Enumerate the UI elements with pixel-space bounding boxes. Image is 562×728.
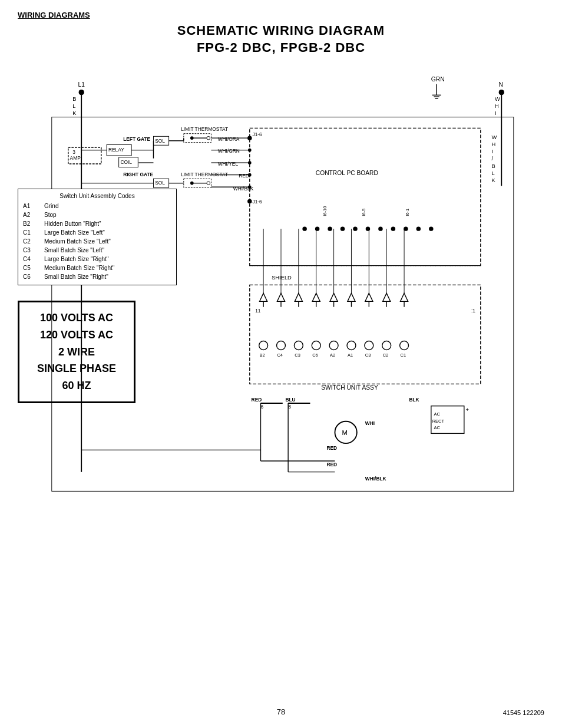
svg-point-75 [328,226,332,230]
svg-marker-122 [383,293,391,301]
svg-text:C2: C2 [383,353,389,358]
svg-point-103 [365,341,373,350]
svg-text:SHIELD: SHIELD [272,275,292,281]
svg-text:WHI/ORA: WHI/ORA [218,136,240,142]
svg-text:K: K [72,110,77,116]
page-number: 78 [0,707,562,716]
svg-text:WHI: WHI [365,420,375,426]
svg-text:W: W [491,134,497,140]
svg-point-52 [248,161,252,164]
svg-text:I6-1: I6-1 [405,209,410,216]
svg-text:SOL: SOL [155,180,165,186]
svg-text:GRN: GRN [431,76,445,83]
svg-text:C3: C3 [365,353,371,358]
svg-point-68 [247,199,252,203]
svg-text:K: K [491,177,495,183]
list-item: A2Stop [23,210,171,219]
svg-point-107 [400,341,409,350]
svg-text:I: I [495,110,497,116]
svg-text:B: B [491,163,495,169]
list-item: B2Hidden Button "Right" [23,219,171,228]
svg-text:+: + [466,407,469,413]
svg-text:11: 11 [255,308,261,314]
svg-point-83 [429,226,433,230]
svg-point-77 [353,226,357,230]
main-title: SCHEMATIC WIRING DIAGRAM FPG-2 DBC, FPGB… [0,22,562,56]
svg-text:C3: C3 [295,353,300,358]
svg-text:H: H [495,103,499,109]
svg-text:8: 8 [288,404,291,410]
list-item: C4Large Batch Size "Right" [23,255,171,263]
svg-text:A2: A2 [330,353,335,358]
svg-text:BLU: BLU [285,397,295,403]
svg-text:I6-10: I6-10 [322,206,328,216]
svg-marker-120 [365,293,373,301]
svg-point-59 [190,182,194,185]
svg-point-93 [277,341,286,350]
svg-point-37 [190,136,194,140]
svg-text:WHI/YEL: WHI/YEL [218,161,239,167]
svg-text:L: L [72,103,75,109]
svg-text:J1-6: J1-6 [252,199,262,205]
list-item: A1Grind [23,202,171,210]
page: WIRING DIAGRAMS SCHEMATIC WIRING DIAGRAM… [0,0,562,728]
svg-marker-112 [295,293,302,301]
svg-text:AMP: AMP [70,155,81,161]
svg-marker-124 [401,293,408,301]
svg-text:AC: AC [434,425,440,430]
svg-text:/: / [491,156,493,162]
svg-marker-114 [312,293,320,301]
svg-point-38 [207,136,210,140]
svg-point-79 [378,226,382,230]
list-item: C6Small Batch Size "Right" [23,272,171,281]
svg-point-105 [382,341,391,350]
voltage-text: 100 VOLTS AC 120 VOLTS AC 2 WIRE SINGLE … [25,309,128,394]
svg-marker-116 [330,293,338,301]
svg-text:WHI/GRN: WHI/GRN [218,148,240,154]
svg-text:6: 6 [260,404,263,410]
list-item: C5Medium Batch Size "Right" [23,263,171,272]
svg-text:M: M [342,429,348,436]
section-title: WIRING DIAGRAMS [18,11,90,19]
svg-text:RED: RED [326,462,337,467]
svg-text:WHI/BLK: WHI/BLK [365,476,386,482]
svg-text:A1: A1 [348,353,353,358]
svg-text:H: H [491,141,495,147]
voltage-box: 100 VOLTS AC 120 VOLTS AC 2 WIRE SINGLE … [18,301,135,403]
svg-text:SOL: SOL [155,138,165,144]
svg-point-76 [340,226,345,230]
codes-table-title: Switch Unit Assembly Codes [23,193,171,199]
svg-point-73 [302,226,306,230]
svg-marker-108 [260,293,267,301]
svg-text::1: :1 [471,308,475,314]
svg-marker-110 [277,293,285,301]
svg-text:I: I [491,149,493,154]
svg-point-60 [207,182,210,185]
svg-text:RED: RED [239,173,249,179]
svg-text:RED: RED [326,445,337,451]
svg-text:N: N [499,81,503,88]
svg-point-101 [347,341,356,350]
svg-text:C4: C4 [277,353,283,358]
list-item: C1Large Batch Size "Left" [23,228,171,237]
svg-text:LEFT GATE: LEFT GATE [123,136,150,142]
svg-text:RECT: RECT [432,419,445,424]
svg-point-74 [315,226,319,230]
svg-marker-118 [348,293,355,301]
svg-text:B2: B2 [260,353,265,358]
svg-text:RIGHT GATE: RIGHT GATE [123,172,153,177]
svg-text:SWITCH UNIT ASSY: SWITCH UNIT ASSY [321,384,378,391]
svg-point-95 [294,341,303,350]
svg-text:L1: L1 [78,81,85,88]
svg-text:W: W [495,96,500,102]
svg-text:AC: AC [434,411,440,417]
svg-point-91 [259,341,268,350]
svg-text:C6: C6 [312,353,318,358]
svg-text:RELAY: RELAY [108,147,124,153]
list-item: C3Small Batch Size "Left" [23,246,171,255]
svg-point-82 [416,226,421,230]
svg-text:I6-5: I6-5 [361,209,366,216]
codes-table: Switch Unit Assembly Codes A1Grind A2Sto… [18,189,177,285]
svg-text:LIMIT THERMOSTAT: LIMIT THERMOSTAT [181,172,228,177]
svg-text:BLK: BLK [409,397,419,403]
